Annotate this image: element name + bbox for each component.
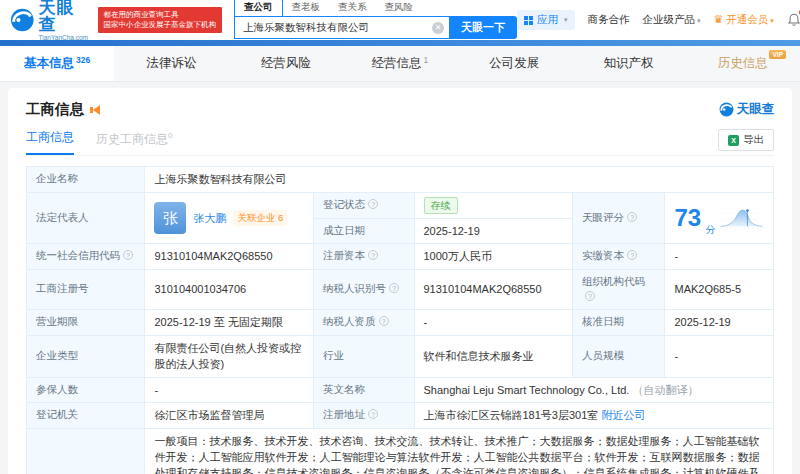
info-icon[interactable]: ? xyxy=(368,199,378,209)
nav-enterprise[interactable]: 企业级产品▾ xyxy=(643,13,701,27)
apps-grid-icon xyxy=(524,16,533,25)
tab-intellectual-property[interactable]: 知识产权 xyxy=(571,46,685,81)
status-badge: 存续 xyxy=(424,197,458,214)
table-row: 法定代表人 张 张大鹏 关联企业 6 登记状态? 存续 天眼评分? 73 xyxy=(27,192,774,218)
table-row: 工商注册号 310104001034706 纳税人识别号? 91310104MA… xyxy=(27,269,774,310)
search-button[interactable]: 天眼一下 xyxy=(449,16,517,39)
notification-bell[interactable] xyxy=(787,13,800,27)
chevron-down-icon: ▾ xyxy=(770,17,774,24)
related-companies-badge[interactable]: 关联企业 6 xyxy=(233,210,287,226)
legal-rep-label: 法定代表人 xyxy=(27,192,145,244)
table-row: 登记机关 徐汇区市场监督管理局 注册地址? 上海市徐汇区云锦路181号3层301… xyxy=(27,403,774,429)
sub-tabs: 工商信息 历史工商信息0 X 导出 xyxy=(26,129,774,156)
info-icon[interactable]: ? xyxy=(585,291,595,301)
company-nav-tabs: 基本信息 326 法律诉讼 经营风险 经营信息 1 公司发展 知识产权 历史信息… xyxy=(0,46,800,82)
reg-capital-label: 注册资本 xyxy=(323,249,365,261)
approval-date-value: 2025-12-19 xyxy=(665,310,774,336)
tab-basic-info[interactable]: 基本信息 326 xyxy=(0,46,114,81)
export-button[interactable]: X 导出 xyxy=(718,129,774,151)
table-row: 经营范围? 一般项目：技术服务、技术开发、技术咨询、技术交流、技术转让、技术推广… xyxy=(27,428,774,474)
business-term-label: 营业期限 xyxy=(27,310,145,336)
logo-title: 天眼查 xyxy=(39,0,90,33)
legal-rep-avatar[interactable]: 张 xyxy=(154,202,186,234)
business-scope-value: 一般项目：技术服务、技术开发、技术咨询、技术交流、技术转让、技术推广；大数据服务… xyxy=(145,428,774,474)
tab-legal-proceedings[interactable]: 法律诉讼 xyxy=(114,46,228,81)
nearby-companies-link[interactable]: 附近公司 xyxy=(601,409,645,421)
tab-label: 公司发展 xyxy=(489,55,539,72)
tab-label: 历史信息 xyxy=(718,55,768,72)
legal-rep-link[interactable]: 张大鹏 xyxy=(193,210,226,227)
table-row: 统一社会信用代码? 91310104MAK2Q68550 注册资本? 1000万… xyxy=(27,244,774,270)
company-info-table: 企业名称 上海乐聚数智科技有限公司 法定代表人 张 张大鹏 关联企业 6 登记状… xyxy=(26,166,774,474)
info-icon[interactable]: ? xyxy=(389,283,399,293)
table-row: 参保人数 - 英文名称 Shanghai Leju Smart Technolo… xyxy=(27,377,774,403)
tianyancha-logo[interactable]: 天眼查 TianYanCha.com xyxy=(10,0,90,41)
registry-authority-label: 登记机关 xyxy=(27,403,145,429)
promo-badge: 都在用的商业查询工具 国家中小企业发展子基金旗下机构 xyxy=(98,7,223,33)
top-header: 天眼查 TianYanCha.com 都在用的商业查询工具 国家中小企业发展子基… xyxy=(0,0,800,40)
reg-capital-value: 1000万人民币 xyxy=(414,244,573,270)
search-tab-relation[interactable]: 查关系 xyxy=(329,0,376,16)
table-row: 企业名称 上海乐聚数智科技有限公司 xyxy=(27,167,774,193)
subtab-business-info[interactable]: 工商信息 xyxy=(26,129,74,155)
business-reg-no-value: 310104001034706 xyxy=(145,269,314,310)
tab-label: 经营风险 xyxy=(261,55,311,72)
tab-label: 基本信息 xyxy=(24,55,74,72)
tab-history-info[interactable]: 历史信息 VIP xyxy=(686,46,800,81)
info-icon[interactable]: ? xyxy=(627,250,637,260)
tab-company-development[interactable]: 公司发展 xyxy=(457,46,571,81)
nav-vip[interactable]: ♛ 开通会员▾ xyxy=(714,13,774,27)
tab-operating-info[interactable]: 经营信息 1 xyxy=(343,46,457,81)
credit-code-value: 91310104MAK2Q68550 xyxy=(145,244,314,270)
reg-status-label: 登记状态 xyxy=(323,198,365,210)
insured-count-label: 参保人数 xyxy=(27,377,145,403)
score-value: 73 xyxy=(674,206,701,230)
established-value: 2025-12-19 xyxy=(414,218,573,244)
search-input[interactable] xyxy=(235,22,449,34)
vip-badge: VIP xyxy=(769,50,785,59)
score-unit: 分 xyxy=(705,222,715,237)
search-tab-boss[interactable]: 查老板 xyxy=(283,0,330,16)
search-area: 查公司 查老板 查关系 查风险 ✕ 天眼一下 xyxy=(234,1,517,39)
tab-label: 经营信息 xyxy=(372,55,422,72)
info-icon[interactable]: ? xyxy=(379,316,389,326)
logo-domain: TianYanCha.com xyxy=(39,35,90,42)
registered-address-label: 注册地址 xyxy=(323,408,365,420)
info-icon[interactable]: ? xyxy=(368,250,378,260)
search-tabs: 查公司 查老板 查关系 查风险 xyxy=(234,1,517,16)
established-label: 成立日期 xyxy=(314,218,414,244)
english-name-value: Shanghai Leju Smart Technology Co., Ltd. xyxy=(424,384,630,396)
tyc-score: 73 分 xyxy=(674,197,764,239)
watermark-label: 天眼查 xyxy=(737,101,775,118)
industry-label: 行业 xyxy=(314,335,414,377)
section-title: 工商信息 xyxy=(26,100,84,119)
related-companies-label: 关联企业 6 xyxy=(237,211,283,225)
nav-cooperation[interactable]: 商务合作 xyxy=(588,13,630,27)
excel-icon: X xyxy=(728,135,739,146)
nav-apps[interactable]: 应用 ▾ xyxy=(517,10,575,30)
registered-address-value: 上海市徐汇区云锦路181号3层301室 xyxy=(424,409,599,421)
info-icon[interactable]: ? xyxy=(627,212,637,222)
subtab-history-business-info[interactable]: 历史工商信息0 xyxy=(96,131,172,155)
taxpayer-qualification-value: - xyxy=(414,310,573,336)
business-term-value: 2025-12-19 至 无固定期限 xyxy=(145,310,314,336)
subtab-history-label: 历史工商信息 xyxy=(96,132,168,146)
staff-size-label: 人员规模 xyxy=(573,335,665,377)
table-row: 营业期限 2025-12-19 至 无固定期限 纳税人资质? - 核准日期 20… xyxy=(27,310,774,336)
search-tab-risk[interactable]: 查风险 xyxy=(376,0,423,16)
info-icon[interactable]: ? xyxy=(368,409,378,419)
industry-value: 软件和信息技术服务业 xyxy=(414,335,573,377)
paid-capital-value: - xyxy=(665,244,774,270)
org-code-value: MAK2Q685-5 xyxy=(665,269,774,310)
search-tab-company[interactable]: 查公司 xyxy=(234,0,283,16)
promo-line1: 都在用的商业查询工具 xyxy=(104,10,217,20)
business-info-card: 工商信息 天眼查 工商信息 历史工商信息0 X 导出 企业名称 上海乐聚数 xyxy=(8,88,792,474)
company-type-label: 企业类型 xyxy=(27,335,145,377)
tab-operating-risk[interactable]: 经营风险 xyxy=(229,46,343,81)
clear-search-icon[interactable]: ✕ xyxy=(432,22,444,34)
info-icon[interactable]: ? xyxy=(123,250,133,260)
taxpayer-id-value: 91310104MAK2Q68550 xyxy=(414,269,573,310)
export-label: 导出 xyxy=(743,133,764,147)
tyc-score-label: 天眼评分 xyxy=(582,211,624,223)
crown-icon: ♛ xyxy=(714,13,724,25)
